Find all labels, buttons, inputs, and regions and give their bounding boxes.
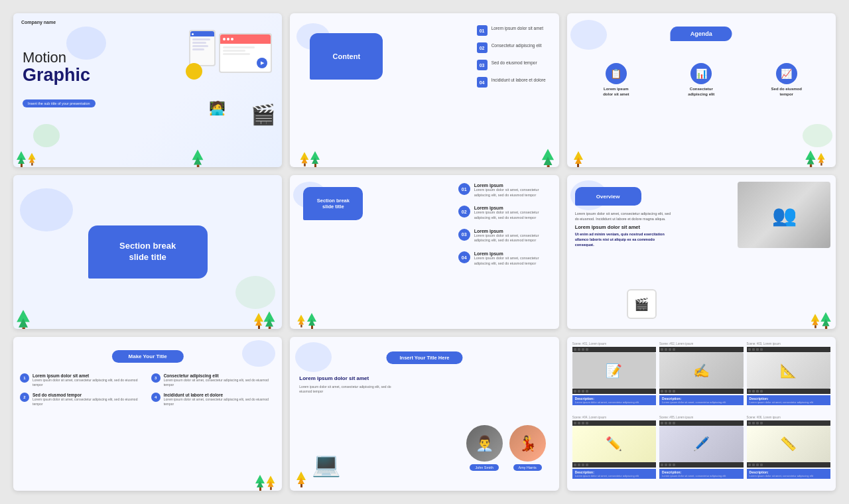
side-line-4 xyxy=(192,48,204,50)
agenda-label-2: Consectetur adipiscing elit xyxy=(688,87,714,97)
s7-content-2: Sed do eiusmod tempor Lorem ipsum dolor … xyxy=(33,393,145,407)
s8-avatar-img-1: 👨‍💼 xyxy=(466,425,503,462)
s2-tree-1 xyxy=(300,152,309,166)
overview-label: Overview xyxy=(596,194,620,200)
deco-blob-s7 xyxy=(242,340,275,367)
slide-1[interactable]: Company name Motion Graphic Insert the s… xyxy=(13,13,282,167)
overview-bold-text: Ut enim ad minim veniam, quis nostrud ex… xyxy=(575,232,675,247)
agenda-label-3: Sed do eiusmod tempor xyxy=(771,87,802,97)
trees-left xyxy=(17,151,36,167)
agenda-col-2: 📊 Consectetur adipiscing elit xyxy=(675,63,728,97)
tree-top2-1 xyxy=(18,157,25,164)
s9-strip-bot-2 xyxy=(659,389,743,394)
s6-trees xyxy=(811,313,830,329)
s7-tree-1 xyxy=(255,475,265,491)
s7-num-2: 2 xyxy=(20,393,29,402)
person-figure: 🧑‍💻 xyxy=(209,100,226,116)
overview-desc: Lorem ipsum dolor sit amet, consectetur … xyxy=(575,212,675,221)
s9-img-ph-4: ✏️ xyxy=(572,426,656,462)
agenda-icon-1: 📋 xyxy=(606,63,627,84)
s7-item-desc-3: Lorem ipsum dolor sit amet, consectetur … xyxy=(164,378,276,387)
s7-title: Make Your Title xyxy=(129,353,167,359)
s5-trees xyxy=(296,313,316,329)
tree-top2-2 xyxy=(29,158,34,163)
s5-desc-3: Lorem ipsum dolor sit amet, consectetur … xyxy=(474,233,551,243)
slide-7[interactable]: Make Your Title 1 Lorem ipsum dolor sit … xyxy=(13,337,282,491)
s9-desc-6: Description: Lorem ipsum dolor sit amet,… xyxy=(747,469,830,479)
s9-strip-top-5 xyxy=(659,420,743,426)
s9-source-4: Scene: #04, Lorem ipsum xyxy=(572,416,656,419)
s9-img-ph-6: 📏 xyxy=(747,426,830,462)
slide-5[interactable]: Section break slide title 01 Lorem ipsum… xyxy=(290,175,558,329)
item-num-2: 02 xyxy=(477,42,488,53)
item-num-4: 04 xyxy=(477,77,488,88)
slide-9[interactable]: Scene: #01, Lorem ipsum 📝 Description: L… xyxy=(567,337,836,491)
s9-img-5: 🖊️ xyxy=(659,426,743,462)
s9-desc-2: Description: Lorem ipsum dolor sit amet,… xyxy=(659,395,743,405)
s9-img-1: 📝 xyxy=(572,352,656,389)
slide-4[interactable]: Section break slide title xyxy=(13,175,282,329)
s8-title: Insert Your Title Here xyxy=(399,355,449,361)
s5-section-bubble: Section break slide title xyxy=(303,187,363,220)
item-num-3: 03 xyxy=(477,60,488,70)
main-screen: ▶ xyxy=(219,33,272,73)
tree-top2-3 xyxy=(194,157,202,164)
items-list: 01 Lorem ipsum dolor sit amet 02 Consect… xyxy=(477,25,546,88)
side-screen-lines xyxy=(190,36,214,52)
play-button: ▶ xyxy=(257,58,267,68)
film-icon-box: 🎬 xyxy=(627,289,657,319)
s3-tree-2 xyxy=(805,151,815,167)
s9-img-6: 📏 xyxy=(747,426,830,462)
item-row-2: 02 Consectetur adipiscing elit xyxy=(477,42,546,53)
s8-avatar-2: 💃 Amy Harris xyxy=(509,425,546,471)
screen-content xyxy=(220,44,271,58)
s9-source-5: Scene: #05, Lorem ipsum xyxy=(659,416,743,419)
s9-desc-text-5: Lorem ipsum dolor sit amet, consectetur … xyxy=(662,474,740,477)
s5-title-4: Lorem ipsum xyxy=(474,251,551,256)
s9-desc-1: Description: Lorem ipsum dolor sit amet,… xyxy=(572,395,656,405)
s9-img-wrapper-4: ✏️ xyxy=(572,420,656,468)
s7-item-title-2: Sed do eiusmod tempor xyxy=(33,393,145,397)
s5-desc-1: Lorem ipsum dolor sit amet, consectetur … xyxy=(474,188,551,198)
s7-item-title-4: Incididunt ut labore et dolore xyxy=(164,393,276,397)
s5-tree-2 xyxy=(307,313,316,329)
yellow-circle-1 xyxy=(186,63,202,80)
screen-illustration: ▶ 🎬 🧑‍💻 xyxy=(186,27,279,133)
s4-trees-right xyxy=(254,313,274,329)
agenda-col-1: 📋 Lorem ipsum dolor sit amet xyxy=(590,63,643,97)
slide-8[interactable]: Insert Your Title Here Lorem ipsum dolor… xyxy=(290,337,558,491)
screen-dot-2 xyxy=(227,38,229,40)
s7-item-desc-4: Lorem ipsum dolor sit amet, consectetur … xyxy=(164,397,276,407)
slide-2[interactable]: Content 01 Lorem ipsum dolor sit amet 02… xyxy=(290,13,558,167)
s7-trees xyxy=(255,475,275,491)
screen-header xyxy=(220,34,271,44)
s7-item-4: 4 Incididunt ut labore et dolore Lorem i… xyxy=(151,393,276,407)
s4-trees-left xyxy=(19,313,28,329)
s7-item-desc-1: Lorem ipsum dolor sit amet, consectetur … xyxy=(33,378,145,387)
item-row-4: 04 Incididunt ut labore et dolore xyxy=(477,77,546,88)
s5-bubble-text: Section break slide title xyxy=(317,198,350,210)
s8-sub-desc: Lorem ipsum dolor sit amet, consectetur … xyxy=(299,385,399,394)
section-break-title: Section break slide title xyxy=(119,241,176,263)
s8-avatar-1: 👨‍💼 John Smith xyxy=(466,425,503,471)
s2-trees-left xyxy=(300,151,320,167)
s8-avatar-img-2: 💃 xyxy=(509,425,546,462)
slide-6[interactable]: Overview Lorem ipsum dolor sit amet, con… xyxy=(567,175,836,329)
slide-3[interactable]: Agenda 📋 Lorem ipsum dolor sit amet 📊 Co… xyxy=(567,13,836,167)
s5-title-1: Lorem ipsum xyxy=(474,183,551,188)
s9-source-2: Scene: #02, Lorem ipsum xyxy=(659,342,743,346)
item-row-3: 03 Sed do eiusmod tempor xyxy=(477,60,546,70)
s9-strip-top-3 xyxy=(747,347,830,352)
s2-tree-3 xyxy=(542,149,554,167)
item-row-1: 01 Lorem ipsum dolor sit amet xyxy=(477,25,546,36)
screen-line-1 xyxy=(223,46,255,48)
s3-trees-right xyxy=(806,151,826,167)
s9-desc-4: Description: Lorem ipsum dolor sit amet,… xyxy=(572,469,656,479)
s7-num-4: 4 xyxy=(151,393,161,402)
agenda-col-3: 📈 Sed do eiusmod tempor xyxy=(760,63,813,97)
s9-strip-top-2 xyxy=(659,347,743,352)
s9-desc-text-4: Lorem ipsum dolor sit amet, consectetur … xyxy=(575,474,653,477)
agenda-label-1: Lorem ipsum dolor sit amet xyxy=(603,87,629,97)
s5-desc-4: Lorem ipsum dolor sit amet, consectetur … xyxy=(474,256,551,266)
s7-num-1: 1 xyxy=(20,373,29,383)
